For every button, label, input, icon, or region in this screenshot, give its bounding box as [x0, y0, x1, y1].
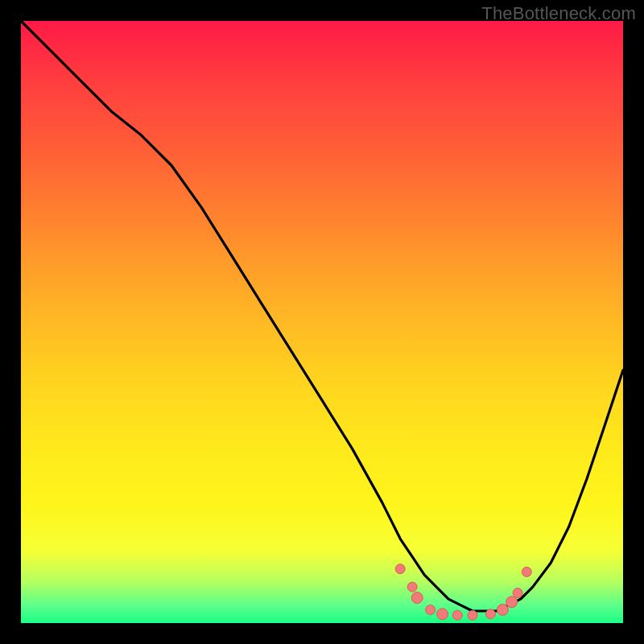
near-minimum-dots [395, 564, 531, 621]
dot [426, 605, 436, 615]
dot [395, 564, 405, 574]
dot [411, 592, 423, 604]
dot [506, 597, 518, 608]
dot [468, 610, 477, 620]
dot [497, 605, 508, 616]
outer-frame: TheBottleneck.com [0, 0, 644, 644]
plot-area [21, 21, 623, 623]
chart-svg [21, 21, 623, 623]
dot [452, 610, 462, 620]
dot [513, 588, 522, 598]
dot [437, 609, 448, 620]
dot [485, 609, 495, 619]
dot [522, 567, 531, 576]
bottleneck-line [21, 21, 623, 611]
dot [407, 582, 417, 592]
watermark-text: TheBottleneck.com [481, 3, 636, 24]
